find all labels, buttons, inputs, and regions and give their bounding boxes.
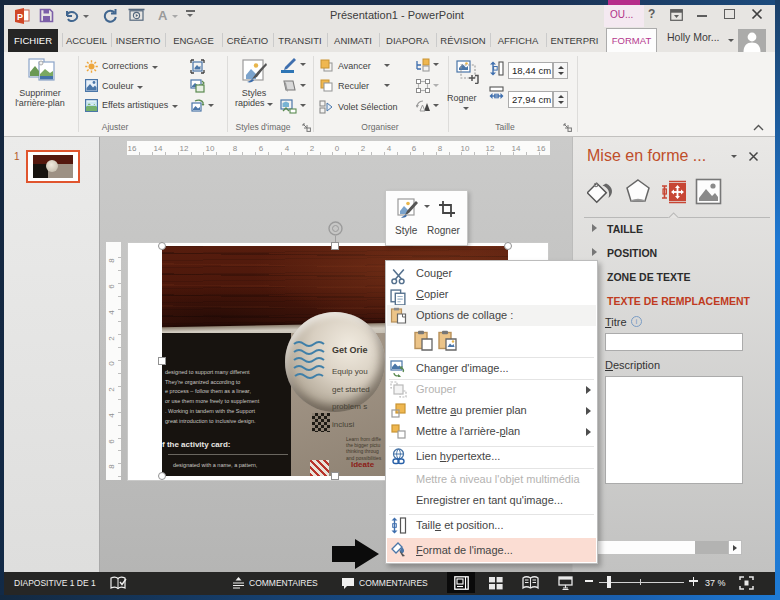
svg-text:P: P [17, 12, 23, 22]
